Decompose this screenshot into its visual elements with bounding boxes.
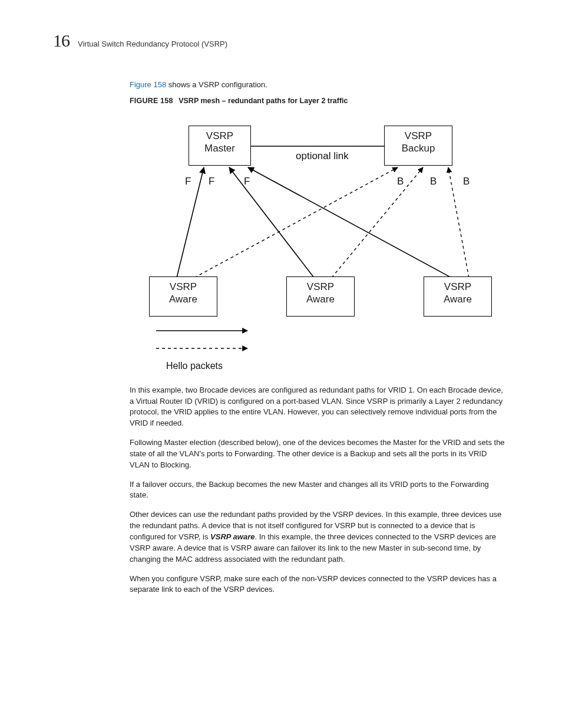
label-f1: F [185, 174, 191, 189]
node-aware1-l2: Aware [150, 293, 217, 305]
svg-line-2 [229, 167, 314, 278]
chapter-number: 16 [53, 31, 70, 51]
figure-ref-link[interactable]: Figure 158 [130, 80, 166, 89]
figure-label: FIGURE 158 [130, 97, 173, 105]
node-backup-l1: VSRP [385, 130, 452, 142]
paragraph-4: Other devices can use the redundant path… [130, 509, 507, 565]
node-aware1-l1: VSRP [150, 281, 217, 293]
figure-caption: FIGURE 158 VSRP mesh – redundant paths f… [130, 95, 507, 107]
chapter-title: Virtual Switch Redundancy Protocol (VSRP… [78, 39, 227, 48]
page-content: Figure 158 shows a VSRP configuration. F… [130, 80, 507, 604]
paragraph-3: If a failover occurs, the Backup becomes… [130, 479, 507, 502]
intro-line: Figure 158 shows a VSRP configuration. [130, 80, 507, 91]
label-b1: B [397, 174, 404, 189]
label-b2: B [430, 174, 437, 189]
label-f3: F [244, 174, 250, 189]
label-optional-link: optional link [296, 149, 349, 164]
svg-line-3 [248, 167, 451, 278]
paragraph-5: When you configure VSRP, make sure each … [130, 574, 507, 596]
node-vsrp-aware-3: VSRP Aware [424, 276, 492, 317]
svg-line-5 [332, 167, 423, 278]
node-vsrp-backup: VSRP Backup [384, 126, 452, 166]
node-vsrp-aware-2: VSRP Aware [286, 276, 355, 317]
paragraph-4-em: VSRP aware [210, 532, 254, 541]
node-aware3-l1: VSRP [424, 281, 491, 293]
node-backup-l2: Backup [385, 142, 452, 154]
paragraph-1: In this example, two Brocade devices are… [130, 385, 507, 429]
diagram: VSRP Master VSRP Backup VSRP Aware VSRP … [130, 124, 507, 378]
figure-desc: VSRP mesh – redundant paths for Layer 2 … [178, 97, 348, 105]
page: 16 Virtual Switch Redundancy Protocol (V… [0, 0, 562, 728]
label-b3: B [463, 174, 470, 189]
node-aware3-l2: Aware [424, 293, 491, 305]
intro-rest: shows a VSRP configuration. [166, 80, 267, 89]
paragraph-2: Following Master election (described bel… [130, 437, 507, 471]
node-vsrp-aware-1: VSRP Aware [149, 276, 217, 317]
node-aware2-l2: Aware [287, 293, 354, 305]
body-paragraphs: In this example, two Brocade devices are… [130, 385, 507, 596]
page-header: 16 Virtual Switch Redundancy Protocol (V… [53, 31, 227, 51]
svg-line-4 [194, 167, 398, 278]
node-vsrp-master: VSRP Master [189, 126, 251, 166]
node-aware2-l1: VSRP [287, 281, 354, 293]
label-f2: F [209, 174, 214, 189]
node-master-l1: VSRP [189, 130, 250, 142]
node-master-l2: Master [189, 142, 250, 154]
label-hello-packets: Hello packets [166, 359, 223, 373]
